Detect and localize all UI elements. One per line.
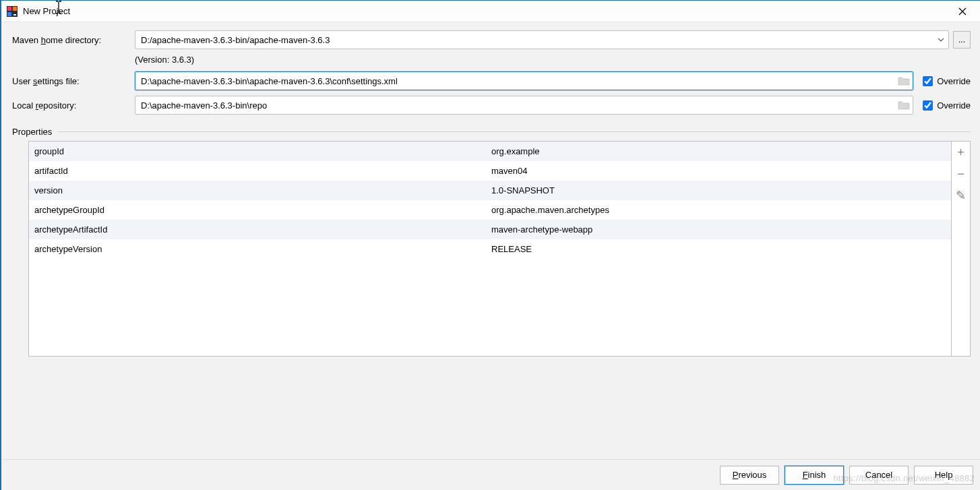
property-value: maven-archetype-webapp (490, 224, 951, 235)
property-value: 1.0-SNAPSHOT (490, 185, 951, 195)
user-settings-input[interactable]: D:\apache-maven-3.6.3-bin\apache-maven-3… (135, 71, 913, 90)
property-key: archetypeGroupId (29, 205, 490, 215)
property-value: org.example (490, 146, 951, 156)
pencil-icon: ✎ (956, 188, 966, 203)
folder-icon[interactable] (898, 76, 910, 86)
maven-home-label: Maven home directory: (12, 35, 135, 45)
help-button[interactable]: Help (914, 466, 973, 485)
override-label: Override (937, 76, 971, 86)
maven-home-combo[interactable]: D:/apache-maven-3.6.3-bin/apache-maven-3… (135, 30, 949, 49)
ellipsis-icon: ... (958, 35, 965, 44)
property-key: version (29, 185, 490, 195)
table-row[interactable]: archetypeVersionRELEASE (29, 239, 951, 259)
local-repo-label: Local repository: (12, 100, 135, 111)
property-key: archetypeArtifactId (29, 224, 490, 235)
property-value: org.apache.maven.archetypes (490, 205, 951, 215)
user-settings-override[interactable]: Override (923, 76, 971, 86)
local-repo-value: D:\apache-maven-3.6.3-bin\repo (141, 100, 898, 111)
svg-rect-1 (7, 7, 11, 11)
titlebar: New Project (1, 1, 980, 22)
property-value: RELEASE (490, 244, 951, 254)
table-row[interactable]: archetypeGroupIdorg.apache.maven.archety… (29, 200, 951, 220)
properties-label: Properties (12, 127, 52, 137)
folder-icon[interactable] (898, 100, 910, 110)
svg-rect-3 (7, 12, 11, 16)
table-row[interactable]: archetypeArtifactIdmaven-archetype-webap… (29, 220, 951, 239)
maven-home-value: D:/apache-maven-3.6.3-bin/apache-maven-3… (141, 35, 938, 45)
previous-button[interactable]: Previous (720, 466, 779, 485)
properties-toolbar: + − ✎ (952, 141, 971, 357)
edit-property-button[interactable]: ✎ (952, 185, 970, 206)
table-row[interactable]: version1.0-SNAPSHOT (29, 181, 951, 200)
intellij-icon (7, 6, 18, 17)
close-icon (958, 7, 967, 16)
properties-section-header: Properties (12, 127, 971, 137)
maven-home-browse-button[interactable]: ... (953, 31, 971, 49)
remove-property-button[interactable]: − (952, 163, 970, 185)
svg-rect-4 (13, 14, 16, 16)
properties-table[interactable]: groupIdorg.exampleartifactIdmaven04versi… (28, 141, 952, 357)
local-repo-input[interactable]: D:\apache-maven-3.6.3-bin\repo (135, 96, 913, 115)
plus-icon: + (957, 146, 964, 160)
maven-version-text: (Version: 3.6.3) (135, 55, 971, 65)
add-property-button[interactable]: + (952, 142, 970, 163)
minus-icon: − (957, 167, 964, 181)
property-key: groupId (29, 146, 490, 156)
property-key: artifactId (29, 166, 490, 176)
user-settings-label: User settings file: (12, 76, 135, 86)
window-close-button[interactable] (949, 2, 976, 21)
table-row[interactable]: artifactIdmaven04 (29, 161, 951, 181)
local-repo-override[interactable]: Override (923, 100, 971, 111)
svg-rect-2 (13, 7, 17, 11)
window-title: New Project (23, 6, 70, 16)
property-value: maven04 (490, 166, 951, 176)
user-settings-override-checkbox[interactable] (923, 76, 933, 86)
table-row[interactable]: groupIdorg.example (29, 142, 951, 161)
user-settings-value: D:\apache-maven-3.6.3-bin\apache-maven-3… (141, 76, 898, 86)
dialog-footer: Previous Finish Cancel Help (3, 459, 980, 490)
property-key: archetypeVersion (29, 244, 490, 254)
divider (57, 131, 971, 132)
chevron-down-icon (938, 38, 944, 42)
override-label: Override (937, 100, 971, 111)
cancel-button[interactable]: Cancel (849, 466, 909, 485)
finish-button[interactable]: Finish (785, 466, 844, 485)
local-repo-override-checkbox[interactable] (923, 100, 933, 111)
